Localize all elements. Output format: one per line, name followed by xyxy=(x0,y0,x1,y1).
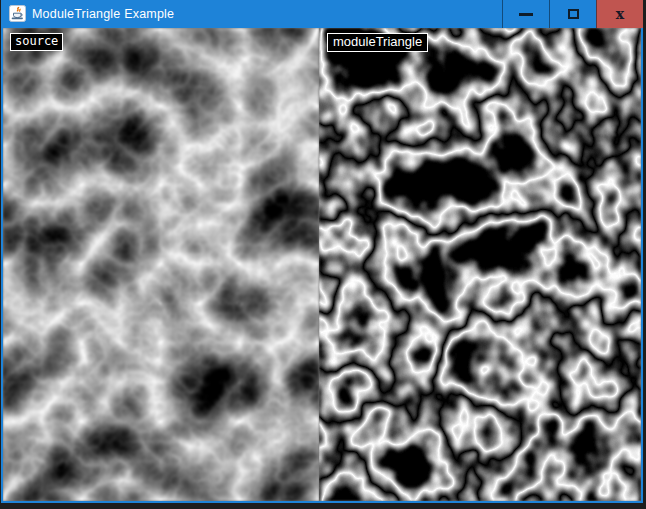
window-title: ModuleTriangle Example xyxy=(32,0,174,28)
maximize-icon xyxy=(568,9,579,19)
content-area: source xyxy=(1,28,643,503)
minimize-icon xyxy=(519,13,533,16)
minimize-button[interactable] xyxy=(502,0,549,28)
close-button[interactable]: x xyxy=(596,0,643,28)
window-controls: x xyxy=(502,0,643,28)
app-window: ModuleTriangle Example x xyxy=(1,0,643,503)
close-icon: x xyxy=(616,7,624,21)
moduletriangle-label: moduleTriangle xyxy=(327,33,428,52)
screenshot-root: ModuleTriangle Example x xyxy=(0,0,646,509)
panel-moduletriangle: moduleTriangle xyxy=(319,28,641,501)
java-icon xyxy=(9,5,26,22)
moduletriangle-noise-image xyxy=(319,28,641,501)
panel-source: source xyxy=(3,28,319,501)
titlebar[interactable]: ModuleTriangle Example x xyxy=(1,0,643,28)
source-label: source xyxy=(10,33,63,51)
maximize-button[interactable] xyxy=(549,0,596,28)
source-noise-image xyxy=(3,28,319,501)
